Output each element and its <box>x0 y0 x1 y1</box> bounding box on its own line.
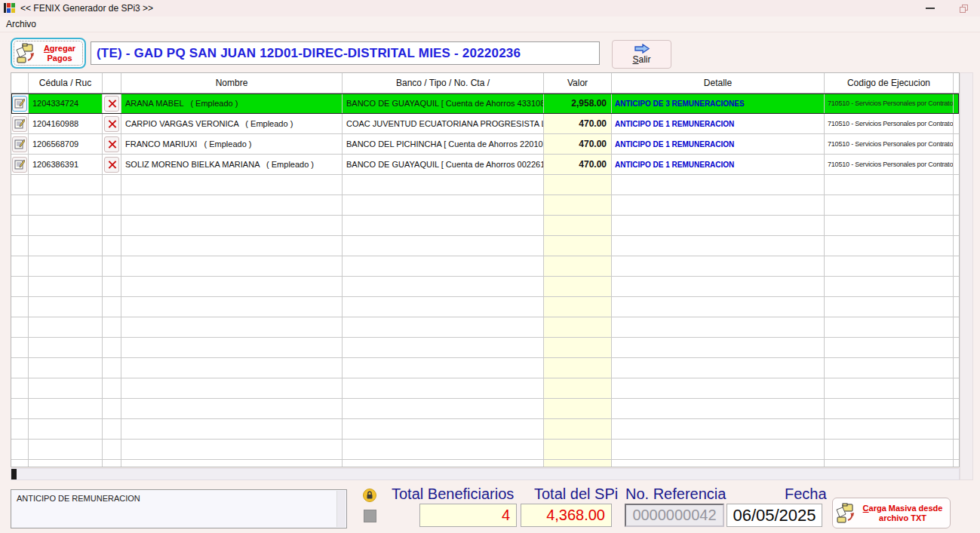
edit-record-icon <box>14 118 25 129</box>
window-title: << FENIX Generador de SPi3 >> <box>20 3 153 14</box>
delete-row-button[interactable] <box>104 157 119 173</box>
empty-table-row[interactable] <box>11 378 959 399</box>
valor-cell: 2,958.00 <box>544 93 612 114</box>
grid-body: 1204334724 ARANA MABEL ( Empleado ) BANC… <box>11 93 959 467</box>
status-indicator-square <box>364 510 376 522</box>
table-row[interactable]: 1204160988 CARPIO VARGAS VERONICA ( Empl… <box>11 114 959 134</box>
entity-field-value: (TE) - GAD PQ SAN JUAN 12D01-DIREC-DISTR… <box>97 46 521 61</box>
extra-cell <box>954 93 960 114</box>
empty-table-row[interactable] <box>11 317 959 338</box>
salir-label: Salir <box>632 54 650 65</box>
total-beneficiarios-label: Total Beneficiarios <box>392 486 514 502</box>
header-nombre: Nombre <box>121 73 343 93</box>
detalle-cell: ANTICIPO DE 3 REMUNERACIONES <box>612 93 825 114</box>
focus-outline <box>14 41 83 66</box>
agregar-pagos-button[interactable]: AgregarPagos <box>11 38 86 69</box>
empty-table-row[interactable] <box>11 195 959 216</box>
horizontal-scrollbar-thumb[interactable] <box>11 469 17 479</box>
menu-bar: Archivo <box>0 17 980 32</box>
banco-cell: BANCO DE GUAYAQUIL [ Cuenta de Ahorros 0… <box>343 155 544 175</box>
salir-button[interactable]: Salir <box>612 40 671 69</box>
extra-cell <box>954 134 960 155</box>
carga-masiva-button[interactable]: Carga Masiva desdearchivo TXT <box>832 498 951 528</box>
edit-row-button[interactable] <box>12 136 27 152</box>
empty-table-row[interactable] <box>11 440 959 460</box>
vertical-scrollbar[interactable] <box>960 72 973 480</box>
detail-textarea-scrollbar[interactable] <box>336 491 346 527</box>
edit-record-icon <box>14 159 25 170</box>
codigo-cell: 710510 - Servicios Personales por Contra… <box>825 114 954 134</box>
title-bar: << FENIX Generador de SPi3 >> <box>0 0 980 17</box>
valor-cell: 470.00 <box>544 155 612 175</box>
delete-cell <box>103 155 121 175</box>
cedula-cell: 1206386391 <box>29 155 103 175</box>
grid-header-row: Cédula / Ruc Nombre Banco / Tipo / No. C… <box>11 73 959 93</box>
delete-x-icon <box>108 100 116 108</box>
valor-cell: 470.00 <box>544 114 612 134</box>
edit-row-button[interactable] <box>12 96 27 112</box>
header-delete-col <box>103 73 121 93</box>
horizontal-scrollbar[interactable] <box>11 468 960 480</box>
edit-cell <box>11 114 29 134</box>
table-row[interactable]: 1206386391 SOLIZ MORENO BIELKA MARIANA (… <box>11 155 959 175</box>
fecha-label: Fecha <box>785 486 827 502</box>
folder-pair-arrow-icon <box>835 502 858 525</box>
empty-table-row[interactable] <box>11 460 959 467</box>
no-referencia-label: No. Referencia <box>625 486 726 502</box>
banco-cell: BANCO DEL PICHINCHA [ Cuenta de Ahorros … <box>343 134 544 155</box>
delete-row-button[interactable] <box>104 116 119 132</box>
header-detalle: Detalle <box>612 73 825 93</box>
nombre-cell: FRANCO MARIUXI ( Empleado ) <box>121 134 343 155</box>
detail-text: ANTICIPO DE REMUNERACION <box>17 494 140 503</box>
table-row[interactable]: 1204334724 ARANA MABEL ( Empleado ) BANC… <box>11 93 959 114</box>
table-row[interactable]: 1206568709 FRANCO MARIUXI ( Empleado ) B… <box>11 134 959 155</box>
empty-table-row[interactable] <box>11 216 959 236</box>
entity-field[interactable]: (TE) - GAD PQ SAN JUAN 12D01-DIREC-DISTR… <box>91 41 600 65</box>
empty-table-row[interactable] <box>11 338 959 358</box>
empty-table-row[interactable] <box>11 419 959 440</box>
empty-table-row[interactable] <box>11 399 959 419</box>
total-beneficiarios-field: 4 <box>419 504 517 527</box>
edit-row-button[interactable] <box>12 116 27 132</box>
restore-button[interactable] <box>947 0 980 17</box>
empty-table-row[interactable] <box>11 175 959 195</box>
no-referencia-field: 0000000042 <box>625 504 724 527</box>
empty-table-row[interactable] <box>11 297 959 317</box>
minimize-button[interactable] <box>914 0 947 17</box>
banco-cell: BANCO DE GUAYAQUIL [ Cuenta de Ahorros 4… <box>343 93 544 114</box>
payments-grid: Cédula / Ruc Nombre Banco / Tipo / No. C… <box>11 72 960 467</box>
edit-cell <box>11 134 29 155</box>
header-cedula: Cédula / Ruc <box>29 73 103 93</box>
delete-row-button[interactable] <box>104 136 119 152</box>
nombre-cell: SOLIZ MORENO BIELKA MARIANA ( Empleado ) <box>121 155 343 175</box>
header-extra-col <box>954 73 960 93</box>
empty-table-row[interactable] <box>11 277 959 297</box>
empty-table-row[interactable] <box>11 236 959 256</box>
valor-cell: 470.00 <box>544 134 612 155</box>
fecha-field[interactable]: 06/05/2025 <box>727 504 822 527</box>
header-edit-col <box>11 73 29 93</box>
detalle-cell: ANTICIPO DE 1 REMUNERACION <box>612 134 825 155</box>
empty-table-row[interactable] <box>11 358 959 378</box>
edit-row-button[interactable] <box>12 157 27 173</box>
header-codigo: Codigo de Ejecucion <box>825 73 954 93</box>
empty-table-row[interactable] <box>11 256 959 277</box>
edit-cell <box>11 93 29 114</box>
arrow-right-icon <box>634 44 650 54</box>
extra-cell <box>954 114 960 134</box>
header-valor: Valor <box>544 73 612 93</box>
cedula-cell: 1204160988 <box>29 114 103 134</box>
nombre-cell: ARANA MABEL ( Empleado ) <box>121 93 343 114</box>
detalle-cell: ANTICIPO DE 1 REMUNERACION <box>612 114 825 134</box>
menu-archivo[interactable]: Archivo <box>0 17 42 31</box>
detail-textarea[interactable]: ANTICIPO DE REMUNERACION <box>11 489 347 528</box>
extra-cell <box>954 155 960 175</box>
restore-icon <box>960 5 968 13</box>
codigo-cell: 710510 - Servicios Personales por Contra… <box>825 155 954 175</box>
delete-row-button[interactable] <box>104 96 119 112</box>
codigo-cell: 710510 - Servicios Personales por Contra… <box>825 134 954 155</box>
edit-record-icon <box>14 139 25 149</box>
cedula-cell: 1204334724 <box>29 93 103 114</box>
delete-x-icon <box>108 120 116 128</box>
codigo-cell: 710510 - Servicios Personales por Contra… <box>825 93 954 114</box>
